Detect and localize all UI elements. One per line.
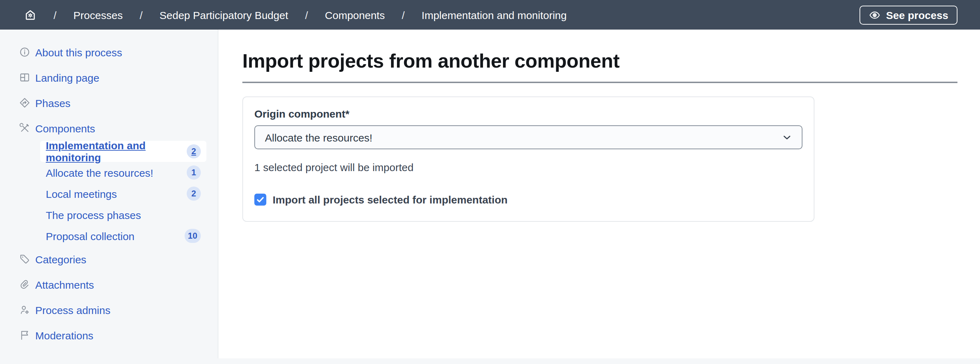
sidebar-subitem-local-meetings[interactable]: Local meetings 2	[40, 183, 207, 204]
main-content: Import projects from another component O…	[219, 30, 980, 358]
sidebar-subitem-label: Local meetings	[46, 188, 117, 200]
sidebar-subitem-proposal-collection[interactable]: Proposal collection 10	[40, 225, 207, 246]
see-process-button[interactable]: See process	[859, 5, 958, 24]
home-breadcrumb-link[interactable]	[24, 8, 37, 21]
sidebar-subitem-allocate-the-resources[interactable]: Allocate the resources! 1	[40, 162, 207, 183]
user-gear-icon	[19, 304, 30, 315]
components-sub-list: Implementation and monitoring 2 Allocate…	[40, 141, 207, 246]
breadcrumb-separator: /	[54, 9, 56, 21]
sidebar-item-label: Phases	[35, 97, 70, 109]
sidebar-item-moderations[interactable]: Moderations	[0, 323, 218, 348]
breadcrumb-process-name[interactable]: Sedep Participatory Budget	[159, 10, 288, 20]
info-icon	[19, 46, 30, 58]
import-projects-card: Origin component* Allocate the resources…	[242, 97, 815, 222]
import-all-checkbox-row: Import all projects selected for impleme…	[255, 194, 802, 206]
page-title: Import projects from another component	[242, 49, 958, 74]
tools-icon	[19, 122, 30, 134]
sidebar-subitem-label: Implementation and monitoring	[46, 140, 187, 163]
sidebar-nav: About this process Landing page	[0, 40, 218, 348]
eye-icon	[868, 9, 880, 21]
sidebar: About this process Landing page	[0, 30, 218, 358]
breadcrumb-separator: /	[402, 9, 404, 21]
selected-projects-info: 1 selected project will be imported	[255, 161, 802, 175]
import-all-checkbox-label[interactable]: Import all projects selected for impleme…	[273, 194, 508, 206]
sidebar-item-label: Landing page	[35, 72, 99, 83]
count-badge: 1	[187, 165, 201, 180]
sidebar-item-landing-page[interactable]: Landing page	[0, 65, 218, 90]
sidebar-subitem-label: Proposal collection	[46, 230, 135, 242]
sidebar-item-label: About this process	[35, 46, 122, 58]
sidebar-subitem-implementation-and-monitoring[interactable]: Implementation and monitoring 2	[40, 141, 207, 162]
origin-component-selected-value: Allocate the resources!	[265, 131, 372, 143]
footer-strip	[0, 358, 980, 364]
sidebar-item-phases[interactable]: Phases	[0, 90, 218, 116]
topbar: / Processes / Sedep Participatory Budget…	[0, 0, 980, 30]
count-badge: 2	[187, 187, 201, 201]
breadcrumb-current-component[interactable]: Implementation and monitoring	[422, 10, 567, 20]
count-badge: 2	[187, 144, 201, 158]
sidebar-subitem-the-process-phases[interactable]: The process phases	[40, 204, 207, 225]
sidebar-item-label: Attachments	[35, 278, 94, 291]
check-icon	[256, 195, 265, 204]
sidebar-item-attachments[interactable]: Attachments	[0, 272, 218, 297]
layout-icon	[19, 72, 30, 83]
sidebar-item-label: Process admins	[35, 304, 110, 316]
home-gear-icon	[24, 8, 37, 21]
sidebar-subitem-label: The process phases	[46, 209, 141, 221]
count-badge: 10	[184, 229, 201, 243]
sidebar-item-label: Components	[35, 122, 95, 134]
sidebar-subitem-label: Allocate the resources!	[46, 167, 153, 178]
title-divider	[242, 82, 958, 83]
breadcrumb-separator: /	[140, 9, 142, 21]
breadcrumb-separator: /	[305, 9, 308, 21]
sidebar-item-components[interactable]: Components	[0, 116, 218, 141]
direction-icon	[19, 97, 30, 108]
sidebar-item-about[interactable]: About this process	[0, 40, 218, 65]
origin-component-label: Origin component*	[255, 107, 802, 121]
sidebar-item-process-admins[interactable]: Process admins	[0, 297, 218, 323]
app-root: / Processes / Sedep Participatory Budget…	[0, 0, 980, 364]
see-process-label: See process	[886, 9, 948, 21]
sidebar-item-categories[interactable]: Categories	[0, 246, 218, 272]
breadcrumb-processes[interactable]: Processes	[73, 10, 123, 20]
sidebar-item-label: Categories	[35, 253, 86, 265]
sidebar-item-label: Moderations	[35, 329, 93, 341]
tag-icon	[19, 253, 30, 265]
chevron-down-icon	[781, 132, 792, 143]
import-all-checkbox[interactable]	[255, 194, 266, 206]
flag-icon	[19, 329, 30, 341]
paperclip-icon	[19, 279, 30, 290]
breadcrumb-components[interactable]: Components	[325, 10, 385, 20]
origin-component-select[interactable]: Allocate the resources!	[255, 125, 802, 149]
